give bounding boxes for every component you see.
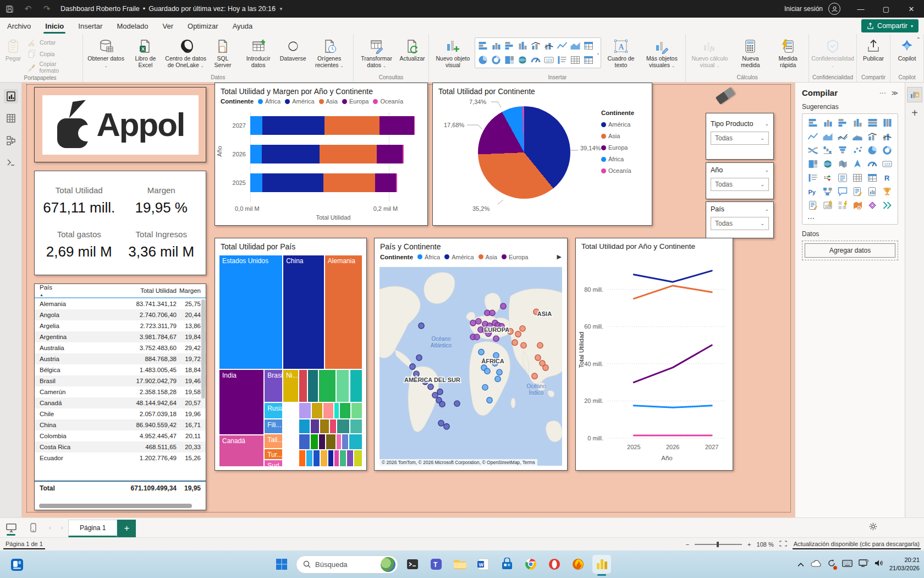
- slicer-dropdown[interactable]: Todas⌄: [711, 132, 769, 145]
- treemap-tile[interactable]: [328, 450, 333, 467]
- table-row[interactable]: Alemania83.741.341,1225,75: [35, 298, 206, 309]
- treemap-tile[interactable]: Estados Unidos: [219, 255, 283, 369]
- bar-segment[interactable]: [320, 145, 376, 163]
- gallery-visual-icon[interactable]: 123: [543, 55, 554, 65]
- chevron-down-icon[interactable]: ⌄: [765, 206, 769, 212]
- gallery-visual-icon[interactable]: [530, 55, 541, 65]
- ribbon-button[interactable]: Dataverse: [279, 36, 307, 63]
- bar-segment[interactable]: [380, 116, 414, 135]
- treemap-tile[interactable]: Tail...: [264, 434, 283, 449]
- map-bubble-europa[interactable]: [501, 303, 506, 309]
- map-bubble-asia[interactable]: [543, 365, 548, 371]
- prev-page-icon[interactable]: ‹: [44, 518, 56, 537]
- bar-segment[interactable]: [250, 173, 262, 192]
- add-data-button[interactable]: Agregar datos: [805, 243, 895, 258]
- horizontal-scrollbar[interactable]: [39, 504, 192, 508]
- suggested-visual-icon[interactable]: [822, 159, 833, 169]
- dax-query-icon[interactable]: [4, 155, 18, 170]
- gallery-visual-icon[interactable]: [491, 41, 502, 51]
- menu-tab-modelado[interactable]: Modelado: [109, 19, 155, 34]
- treemap-tile[interactable]: [299, 369, 307, 402]
- suggested-visual-icon[interactable]: 123: [882, 159, 893, 169]
- sync-icon[interactable]: [827, 559, 836, 570]
- gallery-visual-icon[interactable]: [504, 41, 515, 51]
- suggested-visual-icon[interactable]: [867, 159, 878, 169]
- treemap-tile[interactable]: India: [219, 369, 264, 435]
- store-icon[interactable]: [498, 555, 516, 574]
- ribbon-button[interactable]: Medida rápida: [769, 36, 806, 70]
- menu-tab-inicio[interactable]: Inicio: [38, 19, 71, 34]
- gallery-visual-icon[interactable]: [530, 41, 541, 51]
- treemap-tile[interactable]: [307, 369, 319, 402]
- model-view-icon[interactable]: [4, 133, 18, 148]
- map-bubble-america[interactable]: [428, 384, 433, 390]
- bar-segment[interactable]: [250, 116, 262, 135]
- legend-item[interactable]: Asia: [319, 98, 338, 105]
- table-row[interactable]: Argelia2.723.311,7913,86: [35, 320, 206, 331]
- suggested-visual-icon[interactable]: [852, 200, 863, 210]
- treemap-tile[interactable]: [313, 450, 320, 467]
- map-bubble-america[interactable]: [444, 424, 449, 430]
- treemap-tile[interactable]: [336, 434, 342, 450]
- treemap-visual[interactable]: Total Utilidad por País Estados UnidosCh…: [215, 238, 367, 471]
- map-bubble-africa[interactable]: [479, 349, 484, 355]
- line-chart-visual[interactable]: Total Utilidad por Año y Continente 0 mi…: [575, 238, 733, 471]
- ribbon-button[interactable]: Confidencialidad ⌄: [811, 36, 854, 70]
- table-row[interactable]: Angola2.740.706,4020,44: [35, 309, 206, 320]
- suggested-visual-icon[interactable]: [867, 118, 878, 128]
- map-bubble-asia[interactable]: [521, 342, 526, 348]
- suggested-visual-icon[interactable]: 12: [822, 173, 833, 183]
- redo-icon[interactable]: ↷: [37, 0, 56, 18]
- touch-keyboard-icon[interactable]: [842, 559, 853, 569]
- suggested-visual-icon[interactable]: [867, 145, 878, 155]
- opera-icon[interactable]: [545, 555, 564, 574]
- treemap-tile[interactable]: [334, 450, 339, 467]
- map-bubble-america[interactable]: [419, 323, 424, 329]
- treemap-tile[interactable]: Sud...: [264, 460, 283, 467]
- map-bubble-america[interactable]: [410, 364, 415, 370]
- suggested-visual-icon[interactable]: [822, 145, 833, 155]
- gallery-visual-icon[interactable]: [543, 41, 554, 51]
- map-bubble-america[interactable]: [416, 355, 422, 361]
- update-available-link[interactable]: Actualización disponible (clic para desc…: [793, 539, 921, 549]
- line-series-América[interactable]: [634, 271, 712, 282]
- legend-item[interactable]: Europa: [502, 254, 528, 260]
- ribbon-button[interactable]: Publicar: [859, 36, 888, 63]
- treemap-tile[interactable]: [339, 402, 351, 419]
- ribbon-button[interactable]: Introducir datos: [238, 36, 278, 70]
- treemap-tile[interactable]: [339, 450, 346, 467]
- map-bubble-america[interactable]: [414, 371, 419, 377]
- bar-segment[interactable]: [324, 116, 379, 135]
- pie-chart-visual[interactable]: Total Utilidad por Continente Continente…: [432, 83, 652, 226]
- copy-button[interactable]: Copia: [25, 48, 78, 59]
- collapse-panel-icon[interactable]: ≫: [891, 89, 898, 97]
- map-bubble-asia[interactable]: [512, 340, 518, 346]
- legend-scroll-icon[interactable]: ▶: [557, 253, 562, 260]
- cut-button[interactable]: Cortar: [25, 37, 78, 48]
- pie[interactable]: [478, 106, 570, 199]
- undo-icon[interactable]: ↶: [19, 0, 37, 18]
- account-avatar-icon[interactable]: [828, 3, 840, 15]
- ribbon-button[interactable]: Orígenes recientes ⌄: [308, 36, 351, 70]
- treemap-tile[interactable]: [350, 369, 362, 402]
- treemap-tile[interactable]: Ni...: [283, 369, 299, 402]
- search-input[interactable]: Búsqueda: [296, 555, 398, 574]
- suggested-visual-icon[interactable]: [867, 132, 878, 141]
- map-bubble-america[interactable]: [438, 420, 444, 426]
- zoom-out-icon[interactable]: −: [686, 541, 689, 548]
- treemap-tile[interactable]: [354, 450, 362, 467]
- treemap-tile[interactable]: Tur...: [264, 449, 283, 459]
- suggested-visual-icon[interactable]: [882, 200, 893, 210]
- gallery-visual-icon[interactable]: [517, 41, 528, 51]
- add-data-dropzone[interactable]: Agregar datos: [802, 241, 898, 260]
- gallery-visual-icon[interactable]: [570, 55, 581, 65]
- table-row[interactable]: Colombia4.952.445,4720,11: [35, 430, 206, 441]
- mobile-layout-icon[interactable]: [22, 518, 44, 537]
- map-bubble-america[interactable]: [432, 392, 438, 399]
- logo-visual[interactable]: Appol: [34, 87, 206, 162]
- title-caret-icon[interactable]: ▼: [279, 7, 283, 12]
- gallery-visual-icon[interactable]: [504, 55, 515, 65]
- page-tab[interactable]: Página 1: [68, 520, 117, 537]
- table-row[interactable]: Bélgica1.483.005,4518,84: [35, 364, 206, 375]
- treemap-tile[interactable]: [299, 434, 310, 450]
